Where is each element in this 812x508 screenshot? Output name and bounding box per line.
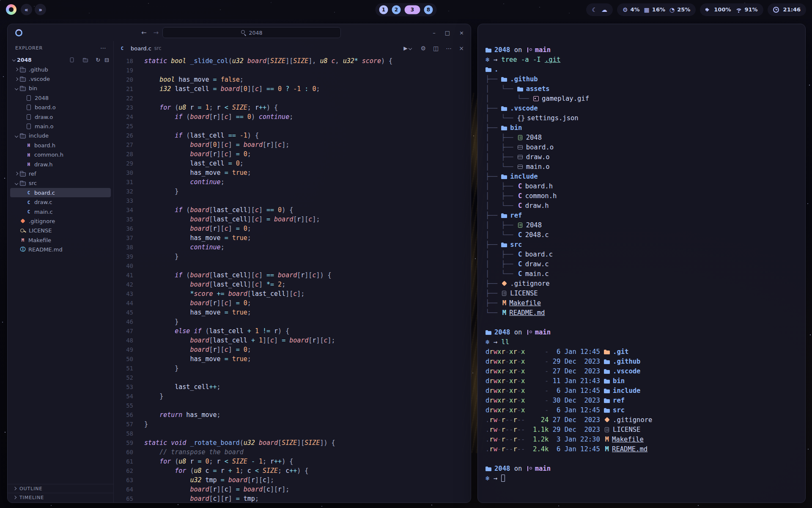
- nav-next-button[interactable]: »: [35, 4, 46, 15]
- code-line: 57}: [114, 420, 471, 429]
- image-file-icon: [533, 96, 539, 101]
- code-line: 25: [114, 121, 471, 131]
- workspace-3[interactable]: 3: [405, 5, 420, 14]
- code-line: 29 last_cell = 0;: [114, 159, 471, 168]
- file-tree-item-LICENSE[interactable]: LICENSE: [10, 226, 111, 235]
- close-editor-icon[interactable]: ×: [459, 45, 464, 52]
- file-tree-item-board.c[interactable]: Cboard.c: [10, 188, 111, 197]
- clock-widget[interactable]: 21:46: [768, 3, 806, 16]
- timeline-section[interactable]: TIMELINE: [8, 493, 113, 502]
- system-logo-icon[interactable]: [6, 4, 16, 15]
- weather-widget[interactable]: ☾ ☁: [586, 3, 613, 16]
- file-tree-item-board.o[interactable]: board.o: [10, 103, 111, 112]
- folder-icon: [604, 398, 610, 403]
- file-tree-item-.github[interactable]: .github: [10, 65, 111, 74]
- c-file-icon: C: [25, 199, 32, 205]
- run-file-icon[interactable]: ▶: [403, 45, 413, 51]
- file-name: README.md: [28, 246, 63, 253]
- file-tree-item-main.o[interactable]: main.o: [10, 121, 111, 131]
- terminal-line: │ ├── draw.o: [486, 152, 798, 162]
- file-tree-item-bin[interactable]: bin: [10, 84, 111, 93]
- code-line: 61 for (u8 r = 0; r < SIZE - 1; r++) {: [114, 457, 471, 466]
- settings-gear-icon[interactable]: ⚙: [420, 45, 426, 52]
- file-tree-item-Makefile[interactable]: MMakefile: [10, 235, 111, 245]
- file-name: .gitignore: [29, 218, 55, 224]
- code-line: 31 continue;: [114, 177, 471, 187]
- file-tree-item-include[interactable]: include: [10, 131, 111, 141]
- volume-stat: 100%: [705, 6, 731, 13]
- terminal-line: │ └── Cmain.c: [486, 269, 798, 279]
- file-name: .github: [29, 66, 48, 73]
- code-line: 49 board[r][c] = 0;: [114, 345, 471, 354]
- topbar-right: ☾ ☁ ⚙ 4% ▦ 16% ◔ 25% 100% 91%: [586, 3, 806, 16]
- c-file-icon: C: [119, 46, 126, 51]
- workspace-2[interactable]: 2: [392, 5, 401, 14]
- command-center-search[interactable]: 2048: [162, 27, 341, 38]
- file-tree-item-common.h[interactable]: Hcommon.h: [10, 150, 111, 160]
- file-tree-item-.vscode[interactable]: .vscode: [10, 74, 111, 83]
- more-actions-icon[interactable]: ⋯: [446, 45, 452, 52]
- git-branch-icon: [526, 47, 532, 52]
- code-line: 26 if (last_cell == -1) {: [114, 131, 471, 140]
- maximize-button[interactable]: □: [445, 30, 450, 36]
- terminal-line: drwxr-xr-x - 30 Dec 2023 ref: [486, 396, 798, 406]
- collapse-folders-icon[interactable]: ⊟: [104, 57, 109, 63]
- nav-prev-button[interactable]: «: [21, 4, 32, 15]
- disk-stat: ◔ 25%: [669, 6, 690, 13]
- topbar-center: 1238: [376, 3, 437, 16]
- file-tree-item-src[interactable]: src: [10, 179, 111, 188]
- tab-board-c[interactable]: C board.c src: [114, 41, 167, 55]
- new-file-icon[interactable]: [69, 57, 75, 62]
- chevron-right-icon: [12, 496, 18, 499]
- explorer-more-icon[interactable]: ⋯: [100, 44, 107, 51]
- file-name: draw.o: [35, 114, 53, 120]
- minimize-button[interactable]: –: [433, 30, 436, 36]
- terminal-window[interactable]: 2048 on main❄ → tree -a -I .git.├── .git…: [477, 24, 806, 503]
- audio-network-widget[interactable]: 100% 91%: [700, 3, 763, 16]
- terminal-line: └── MREADME.md: [486, 308, 798, 318]
- file-tree-item-ref[interactable]: ref: [10, 169, 111, 178]
- workspace-8[interactable]: 8: [424, 5, 433, 14]
- new-folder-icon[interactable]: [82, 57, 88, 62]
- workspace-1[interactable]: 1: [379, 5, 388, 14]
- terminal-line: │ └── main.o: [486, 162, 798, 172]
- c-header-icon: H: [25, 152, 32, 157]
- forward-arrow-icon[interactable]: →: [154, 29, 159, 36]
- refresh-explorer-icon[interactable]: ↻: [96, 57, 100, 63]
- file-tree-item-2048[interactable]: 2048: [10, 93, 111, 102]
- split-editor-icon[interactable]: ◫: [433, 45, 439, 52]
- terminal-line: │ └── gameplay.gif: [486, 94, 798, 104]
- file-tree-item-draw.c[interactable]: Cdraw.c: [10, 197, 111, 207]
- code-line: 60 // transpose the board: [114, 447, 471, 457]
- file-tree-item-board.h[interactable]: Hboard.h: [10, 141, 111, 150]
- outline-section[interactable]: OUTLINE: [8, 484, 113, 493]
- code-line: 40: [114, 261, 471, 271]
- code-editor[interactable]: 18static bool _slide_col(u32 board[SIZE]…: [114, 55, 471, 502]
- back-arrow-icon[interactable]: ←: [141, 29, 147, 36]
- file-name: ref: [29, 171, 36, 177]
- code-line: 21 i32 last_cell = board[0][c] == 0 ? -1…: [114, 84, 471, 94]
- moon-icon: ☾: [592, 6, 597, 13]
- folder-icon: [486, 466, 492, 471]
- window-controls: – □ ×: [433, 30, 464, 36]
- top-status-bar: « » 1238 ☾ ☁ ⚙ 4% ▦ 16% ◔ 25%: [0, 0, 812, 19]
- file-tree-item-draw.h[interactable]: Hdraw.h: [10, 160, 111, 169]
- file-tree-item-main.c[interactable]: Cmain.c: [10, 207, 111, 216]
- c-header-icon: H: [25, 162, 32, 167]
- close-button[interactable]: ×: [459, 30, 464, 36]
- file-tree-item-.gitignore[interactable]: .gitignore: [10, 216, 111, 226]
- code-line: 22: [114, 94, 471, 103]
- code-line: 65 board[c][r] = tmp;: [114, 494, 471, 502]
- file-name: board.o: [35, 104, 56, 110]
- project-root-row[interactable]: 2048 ↻ ⊟: [8, 55, 113, 65]
- code-line: 36 board[r][c] = 0;: [114, 224, 471, 233]
- tab-path-hint: src: [154, 45, 162, 51]
- object-file-icon: [517, 155, 524, 160]
- file-name: draw.c: [34, 199, 52, 205]
- system-stats-widget[interactable]: ⚙ 4% ▦ 16% ◔ 25%: [617, 3, 696, 16]
- file-tree-item-README.md[interactable]: ⓘREADME.md: [10, 245, 111, 254]
- terminal-line: ❄ → tree -a -I .git: [486, 55, 798, 65]
- object-file-icon: [25, 105, 32, 110]
- file-tree-item-draw.o[interactable]: draw.o: [10, 112, 111, 121]
- code-line: 30 has_move = true;: [114, 168, 471, 177]
